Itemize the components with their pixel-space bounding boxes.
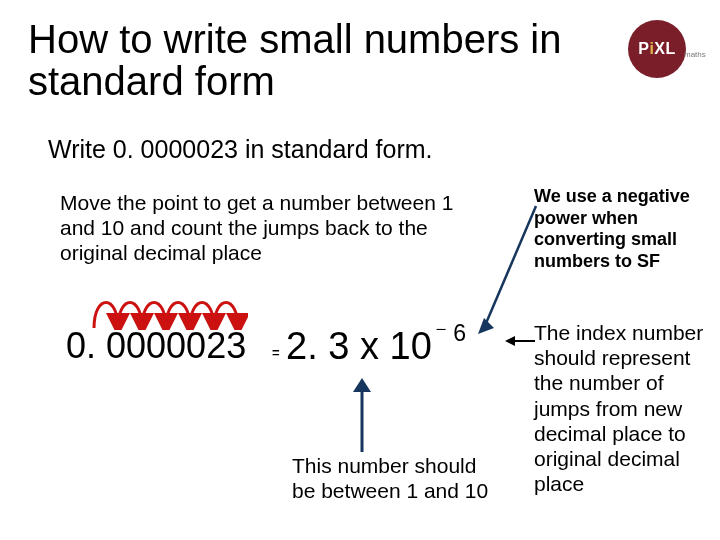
left-arrow-icon (505, 334, 535, 348)
instruction-text: Move the point to get a number between 1… (60, 190, 460, 266)
diagonal-arrow-icon (478, 204, 538, 334)
slide-title: How to write small numbers in standard f… (28, 18, 588, 102)
logo-text: PiXL (638, 40, 676, 58)
range-note: This number should be between 1 and 10 (292, 453, 492, 503)
negative-power-note: We use a negative power when converting … (534, 186, 704, 272)
pixl-logo: + % ÷ ½ PiXL maths (628, 20, 706, 80)
result-base: 2. 3 x 10 (286, 325, 432, 367)
logo-sublabel: maths (684, 50, 706, 59)
index-number-note: The index number should represent the nu… (534, 320, 709, 496)
equals-sign: = (272, 345, 280, 360)
question-text: Write 0. 0000023 in standard form. (48, 135, 432, 164)
jump-arrows-icon (78, 280, 248, 330)
up-arrow-icon (350, 378, 374, 452)
logo-circle: PiXL (628, 20, 686, 78)
original-number: 0. 0000023 (66, 325, 246, 367)
standard-form-result: 2. 3 x 10⁻ 6 (286, 320, 466, 368)
result-exponent: ⁻ 6 (435, 320, 466, 346)
